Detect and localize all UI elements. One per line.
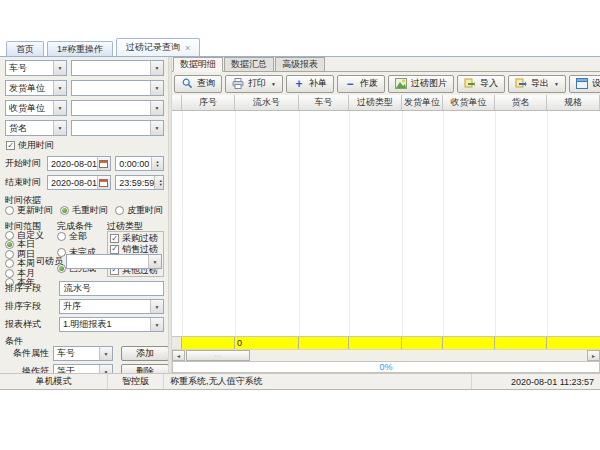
radio-icon[interactable] [60, 206, 69, 215]
shipper-field-combo[interactable]: 发货单位 ▼ [5, 80, 67, 96]
filter-panel: 车号 ▼ ▼ 发货单位 ▼ ▼ 收货单位 ▼ [0, 57, 168, 373]
tab-weigh-operation[interactable]: 1#称重操作 [47, 41, 113, 56]
chevron-down-icon[interactable]: ▼ [99, 365, 112, 373]
chevron-down-icon[interactable]: ▼ [53, 101, 66, 115]
column-header-spec[interactable]: 规格 [547, 95, 600, 110]
column-header-serial[interactable]: 流水号 [235, 95, 299, 110]
chevron-down-icon[interactable]: ▼ [53, 81, 66, 95]
tab-home[interactable]: 首页 [6, 41, 44, 56]
radio-icon[interactable] [57, 232, 66, 241]
column-header-receiver[interactable]: 收货单位 [443, 95, 495, 110]
tab-weigh-record-query[interactable]: 过磅记录查询 × [116, 38, 200, 56]
radio-tare-time[interactable]: 皮重时间 [115, 204, 163, 217]
chevron-down-icon[interactable]: ▼ [150, 61, 163, 75]
condition-attr-label: 条件属性 [5, 347, 53, 360]
radio-gross-time[interactable]: 毛重时间 [60, 204, 108, 217]
grid-body[interactable] [172, 111, 600, 336]
checkbox-icon[interactable]: ✓ [110, 245, 119, 254]
shipper-value-combo[interactable]: ▼ [71, 80, 164, 96]
tab-data-detail[interactable]: 数据明细 [173, 57, 223, 72]
radio-icon[interactable] [5, 259, 14, 268]
column-header-goods[interactable]: 货名 [495, 95, 547, 110]
report-style-combo[interactable]: 1.明细报表1 ▼ [59, 317, 164, 332]
add-condition-button[interactable]: 添加 [121, 346, 168, 361]
settings-button[interactable]: 设置 [569, 75, 600, 93]
sort-order-combo[interactable]: 升序 ▼ [59, 299, 164, 314]
scroll-right-icon[interactable]: ▸ [587, 350, 600, 361]
weigh-image-button[interactable]: 过磅图片 [388, 75, 454, 93]
radio-icon[interactable] [5, 250, 14, 259]
condition-attr-combo[interactable]: 车号 ▼ [53, 346, 113, 361]
radio-update-time[interactable]: 更新时间 [5, 204, 53, 217]
chevron-down-icon[interactable]: ▼ [150, 101, 163, 115]
chevron-down-icon[interactable]: ▼ [148, 255, 161, 268]
chevron-down-icon[interactable]: ▼ [271, 81, 276, 87]
delete-condition-button[interactable]: 删除 [121, 364, 168, 373]
start-date-value: 2020-08-01 [51, 159, 97, 169]
summary-cell [495, 337, 547, 349]
condition-attr-row: 条件属性 车号 ▼ 添加 [5, 346, 164, 361]
scrollbar-thumb[interactable]: ⋯ [186, 350, 250, 361]
goods-value-combo[interactable]: ▼ [71, 120, 164, 136]
chevron-down-icon[interactable]: ▼ [150, 81, 163, 95]
filter-row-receiver: 收货单位 ▼ ▼ [5, 100, 164, 116]
condition-operator-combo[interactable]: 等于 ▼ [53, 364, 113, 373]
column-line [182, 111, 183, 336]
chevron-down-icon[interactable]: ▼ [150, 121, 163, 135]
radio-all[interactable]: 全部 [57, 231, 107, 241]
chevron-down-icon[interactable]: ▼ [554, 81, 559, 87]
chevron-down-icon[interactable]: ▼ [53, 121, 66, 135]
radio-icon[interactable] [5, 269, 14, 278]
use-time-label: 使用时间 [18, 139, 54, 152]
calendar-icon[interactable] [97, 176, 110, 189]
scroll-left-icon[interactable]: ◂ [172, 350, 185, 361]
vehicle-value-combo[interactable]: ▼ [71, 60, 164, 76]
chevron-down-icon[interactable]: ▼ [99, 347, 112, 360]
column-header-weigh-type[interactable]: 过磅类型 [349, 95, 402, 110]
main-area: 车号 ▼ ▼ 发货单位 ▼ ▼ 收货单位 ▼ [0, 57, 600, 373]
end-date-picker[interactable]: 2020-08-01 [47, 175, 111, 190]
tab-data-summary[interactable]: 数据汇总 [224, 57, 274, 71]
chevron-down-icon[interactable]: ▼ [150, 300, 163, 313]
horizontal-scrollbar[interactable]: ◂ ⋯ ▸ [172, 349, 600, 361]
column-header-vehicle[interactable]: 车号 [299, 95, 349, 110]
column-header-shipper[interactable]: 发货单位 [402, 95, 443, 110]
print-button[interactable]: 打印 ▼ [225, 75, 283, 93]
spinner-arrows-icon[interactable]: ▲▼ [154, 176, 164, 189]
tab-advanced-report[interactable]: 高级报表 [275, 57, 325, 71]
tab-close-icon[interactable]: × [185, 44, 190, 52]
chevron-down-icon[interactable]: ▼ [150, 318, 163, 331]
end-time-spinner[interactable]: 23:59:59 ▲▼ [115, 175, 164, 190]
sort-field-input[interactable]: 流水号 [59, 281, 164, 296]
app-window: 首页 1#称重操作 过磅记录查询 × 车号 ▼ ▼ [0, 38, 600, 390]
spinner-arrows-icon[interactable]: ▲▼ [151, 157, 163, 170]
use-time-checkbox[interactable]: ✓ [6, 141, 15, 150]
tab-home-label: 首页 [16, 43, 34, 56]
column-header-seq[interactable]: 序号 [182, 95, 235, 110]
export-button[interactable]: 导出 ▼ [508, 75, 566, 93]
receiver-field-combo[interactable]: 收货单位 ▼ [5, 100, 67, 116]
status-bar: 单机模式 智控版 称重系统,无人值守系统 2020-08-01 11:23:57 [0, 373, 600, 389]
start-date-picker[interactable]: 2020-08-01 [47, 156, 111, 171]
settings-icon [576, 78, 588, 90]
column-line [299, 111, 300, 336]
query-button[interactable]: 查询 [174, 75, 222, 93]
void-order-button[interactable]: − 作废 [337, 75, 385, 93]
vehicle-field-combo[interactable]: 车号 ▼ [5, 60, 67, 76]
calendar-icon[interactable] [97, 157, 110, 170]
start-time-spinner[interactable]: 0:00:00 ▲▼ [115, 156, 164, 171]
chevron-down-icon[interactable]: ▼ [53, 61, 66, 75]
report-style-row: 报表样式 1.明细报表1 ▼ [5, 317, 164, 332]
receiver-value-combo[interactable]: ▼ [71, 100, 164, 116]
checkbox-icon[interactable]: ✓ [110, 234, 119, 243]
radio-icon[interactable] [5, 240, 14, 249]
import-button[interactable]: 导入 [457, 75, 505, 93]
radio-icon[interactable] [115, 206, 124, 215]
radio-icon[interactable] [5, 206, 14, 215]
weigher-label: 司磅员 [36, 255, 66, 268]
supplement-order-button[interactable]: + 补单 [286, 75, 334, 93]
weigher-combo[interactable]: ▼ [66, 254, 162, 269]
goods-field-combo[interactable]: 货名 ▼ [5, 120, 67, 136]
radio-icon[interactable] [5, 231, 14, 240]
sort-field-label: 排序字段 [5, 282, 59, 295]
